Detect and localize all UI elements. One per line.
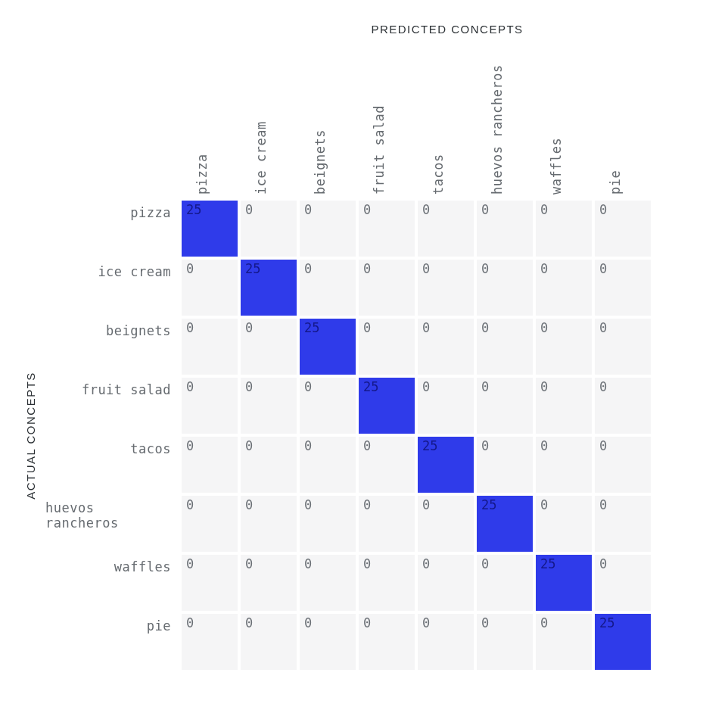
matrix-cell[interactable]: 0 [536, 437, 592, 493]
matrix-cell[interactable]: 0 [418, 555, 474, 611]
matrix-cell[interactable]: 0 [595, 319, 651, 375]
col-header-label: pie [608, 170, 623, 195]
matrix-grid: 25 0 0 0 0 0 0 0 0 25 0 0 0 0 0 0 0 0 25… [182, 201, 713, 670]
matrix-cell[interactable]: 0 [477, 614, 533, 670]
row-headers: pizza ice cream beignets fruit salad tac… [45, 201, 182, 670]
matrix-cell[interactable]: 0 [477, 201, 533, 257]
row-header: beignets [45, 319, 182, 375]
col-header: beignets [300, 49, 356, 201]
matrix-cell[interactable]: 0 [418, 201, 474, 257]
matrix-cell[interactable]: 0 [182, 496, 238, 552]
row-header: pie [45, 614, 182, 670]
matrix-cell[interactable]: 0 [477, 319, 533, 375]
matrix-cell[interactable]: 0 [418, 496, 474, 552]
col-header: ice cream [241, 49, 297, 201]
matrix-cell[interactable]: 0 [300, 378, 356, 434]
matrix-cell[interactable]: 0 [241, 319, 297, 375]
row-header: ice cream [45, 260, 182, 316]
matrix-cell[interactable]: 0 [477, 437, 533, 493]
confusion-matrix: PREDICTED CONCEPTS ACTUAL CONCEPTS pizza… [15, 23, 713, 670]
matrix-cell[interactable]: 0 [477, 260, 533, 316]
matrix-cell[interactable]: 0 [477, 555, 533, 611]
column-headers: pizza ice cream beignets fruit salad tac… [182, 49, 713, 201]
row-header: huevos rancheros [45, 496, 182, 552]
col-header: huevos rancheros [477, 49, 533, 201]
col-header-label: fruit salad [372, 105, 387, 195]
col-header: pie [595, 49, 651, 201]
matrix-cell[interactable]: 0 [359, 201, 415, 257]
matrix-cell[interactable]: 0 [359, 555, 415, 611]
matrix-cell[interactable]: 0 [300, 555, 356, 611]
matrix-cell[interactable]: 0 [595, 555, 651, 611]
matrix-cell[interactable]: 0 [418, 319, 474, 375]
matrix-cell[interactable]: 0 [477, 378, 533, 434]
col-header-label: tacos [431, 154, 446, 195]
matrix-cell[interactable]: 0 [241, 496, 297, 552]
matrix-cell[interactable]: 25 [536, 555, 592, 611]
matrix-cell[interactable]: 0 [300, 496, 356, 552]
matrix-cell[interactable]: 0 [418, 378, 474, 434]
matrix-cell[interactable]: 0 [182, 437, 238, 493]
matrix-cell[interactable]: 0 [241, 555, 297, 611]
col-header-label: pizza [194, 154, 210, 195]
row-header: waffles [45, 555, 182, 611]
matrix-cell[interactable]: 0 [536, 614, 592, 670]
matrix-cell[interactable]: 25 [182, 201, 238, 257]
matrix-cell[interactable]: 0 [241, 614, 297, 670]
x-axis-title: PREDICTED CONCEPTS [182, 23, 713, 49]
matrix-cell[interactable]: 25 [477, 496, 533, 552]
col-header-label: ice cream [254, 121, 269, 195]
matrix-cell[interactable]: 0 [536, 496, 592, 552]
matrix-cell[interactable]: 0 [300, 437, 356, 493]
row-header: pizza [45, 201, 182, 257]
matrix-cell[interactable]: 0 [595, 260, 651, 316]
matrix-cell[interactable]: 25 [300, 319, 356, 375]
col-header: waffles [536, 49, 592, 201]
matrix-cell[interactable]: 0 [418, 260, 474, 316]
matrix-cell[interactable]: 0 [182, 614, 238, 670]
matrix-cell[interactable]: 0 [300, 201, 356, 257]
matrix-cell[interactable]: 0 [359, 319, 415, 375]
col-header-label: waffles [549, 138, 564, 195]
matrix-cell[interactable]: 0 [595, 201, 651, 257]
y-axis-title-text: ACTUAL CONCEPTS [24, 372, 37, 500]
matrix-cell[interactable]: 0 [300, 260, 356, 316]
col-header-label: huevos rancheros [490, 64, 505, 195]
matrix-cell[interactable]: 0 [595, 496, 651, 552]
matrix-cell[interactable]: 25 [595, 614, 651, 670]
matrix-cell[interactable]: 0 [241, 437, 297, 493]
matrix-cell[interactable]: 0 [418, 614, 474, 670]
matrix-cell[interactable]: 0 [536, 319, 592, 375]
matrix-cell[interactable]: 25 [418, 437, 474, 493]
matrix-cell[interactable]: 0 [536, 378, 592, 434]
matrix-cell[interactable]: 0 [536, 201, 592, 257]
matrix-cell[interactable]: 25 [359, 378, 415, 434]
matrix-cell[interactable]: 0 [182, 319, 238, 375]
matrix-cell[interactable]: 0 [359, 614, 415, 670]
matrix-cell[interactable]: 25 [241, 260, 297, 316]
col-header: fruit salad [359, 49, 415, 201]
row-header: fruit salad [45, 378, 182, 434]
matrix-cell[interactable]: 0 [359, 437, 415, 493]
matrix-cell[interactable]: 0 [359, 496, 415, 552]
matrix-cell[interactable]: 0 [241, 201, 297, 257]
matrix-cell[interactable]: 0 [536, 260, 592, 316]
matrix-cell[interactable]: 0 [595, 437, 651, 493]
matrix-cell[interactable]: 0 [182, 378, 238, 434]
matrix-cell[interactable]: 0 [182, 260, 238, 316]
col-header-label: beignets [313, 129, 328, 195]
matrix-cell[interactable]: 0 [359, 260, 415, 316]
matrix-cell[interactable]: 0 [595, 378, 651, 434]
col-header: pizza [182, 49, 238, 201]
y-axis-title: ACTUAL CONCEPTS [15, 201, 45, 670]
col-header: tacos [418, 49, 474, 201]
matrix-cell[interactable]: 0 [300, 614, 356, 670]
row-header: tacos [45, 437, 182, 493]
matrix-cell[interactable]: 0 [182, 555, 238, 611]
matrix-cell[interactable]: 0 [241, 378, 297, 434]
